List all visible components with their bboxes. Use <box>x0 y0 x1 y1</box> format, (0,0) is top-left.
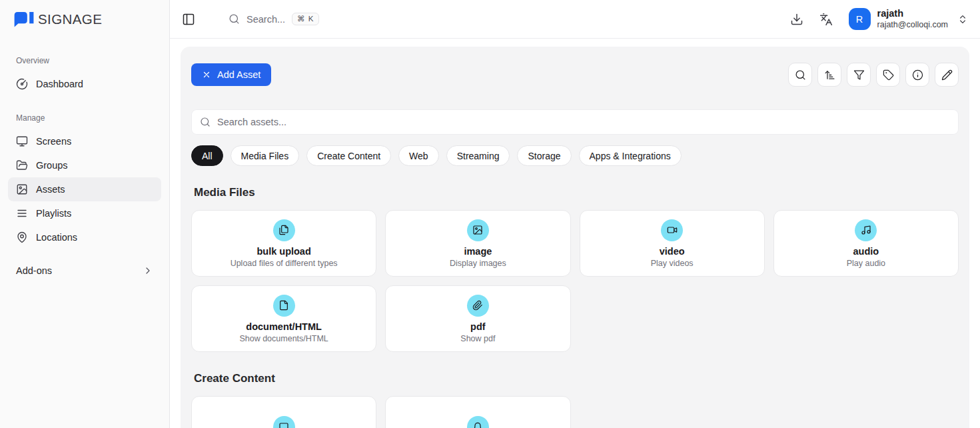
sidebar: SIGNAGE Overview Dashboard Manage Screen… <box>0 0 170 428</box>
card-icon-circle <box>661 219 683 241</box>
card-subtitle: Show pdf <box>460 334 495 343</box>
card-title: video <box>660 246 685 257</box>
card-title: bulk upload <box>256 246 310 257</box>
filter-chip-storage[interactable]: Storage <box>517 145 571 166</box>
filter-chip-create-content[interactable]: Create Content <box>306 145 391 166</box>
card-title: document/HTML <box>246 321 322 332</box>
sidebar-item-label: Screens <box>36 136 71 147</box>
file-icon <box>278 300 289 311</box>
card-icon-circle <box>467 219 489 241</box>
info-icon <box>912 69 923 81</box>
asset-card-document-html[interactable]: document/HTML Show documents/HTML <box>191 285 376 352</box>
user-menu[interactable]: R rajath rajath@colloqi.com <box>849 8 968 30</box>
card-subtitle: Play videos <box>651 259 694 268</box>
topbar-right: R rajath rajath@colloqi.com <box>790 8 968 30</box>
edit-tool-button[interactable] <box>935 63 959 87</box>
card-subtitle: Show documents/HTML <box>239 334 328 343</box>
content: Add Asset <box>170 39 980 428</box>
logo-wordmark: SIGNAGE <box>38 11 102 27</box>
asset-filter-chips: All Media Files Create Content Web Strea… <box>191 145 959 166</box>
global-search[interactable]: Search... ⌘ K <box>229 13 319 26</box>
assets-panel: Add Asset <box>181 47 969 428</box>
music-icon <box>861 225 871 235</box>
filter-chip-streaming[interactable]: Streaming <box>446 145 510 166</box>
tag-tool-button[interactable] <box>876 63 900 87</box>
asset-card-video[interactable]: video Play videos <box>580 210 765 277</box>
gauge-icon <box>16 78 28 90</box>
sidebar-item-groups[interactable]: Groups <box>8 153 161 177</box>
filter-chip-media-files[interactable]: Media Files <box>231 145 300 166</box>
asset-card-bulk-upload[interactable]: bulk upload Upload files of different ty… <box>191 210 376 277</box>
sidebar-item-playlists[interactable]: Playlists <box>8 201 161 225</box>
filter-chip-apps-integrations[interactable]: Apps & Integrations <box>579 145 682 166</box>
asset-card-audio[interactable]: audio Play audio <box>773 210 959 277</box>
asset-card-notice[interactable] <box>385 396 570 428</box>
language-button[interactable] <box>819 13 833 26</box>
sidebar-item-add-ons[interactable]: Add-ons <box>8 259 161 283</box>
search-icon <box>229 13 240 25</box>
user-email: rajath@colloqi.com <box>877 20 948 30</box>
asset-search-input[interactable] <box>217 117 950 127</box>
sort-tool-button[interactable] <box>817 63 841 87</box>
map-pin-icon <box>16 231 28 243</box>
asset-search <box>191 109 959 135</box>
assets-toolbar: Add Asset <box>191 63 959 87</box>
video-icon <box>667 225 678 235</box>
pisignage-logo-mark-icon <box>13 11 35 27</box>
tag-icon <box>883 69 894 81</box>
chevron-right-icon <box>143 265 153 276</box>
filter-chip-all[interactable]: All <box>191 145 223 166</box>
monitor-icon <box>16 135 28 147</box>
sidebar-item-locations[interactable]: Locations <box>8 225 161 249</box>
search-icon <box>200 117 211 127</box>
filter-tool-button[interactable] <box>847 63 871 87</box>
bell-icon <box>472 422 483 428</box>
card-icon-circle <box>273 219 295 241</box>
card-icon-circle <box>467 295 489 317</box>
sidebar-section-manage: Manage <box>16 113 161 123</box>
languages-icon <box>819 13 833 26</box>
filter-chip-web[interactable]: Web <box>398 145 439 166</box>
sidebar-item-label: Playlists <box>36 208 71 219</box>
search-icon <box>795 69 806 81</box>
add-ons-label: Add-ons <box>16 265 52 276</box>
panel-left-icon <box>182 13 195 26</box>
sidebar-section-overview: Overview <box>16 56 161 65</box>
pisignage-logo: SIGNAGE <box>8 0 161 39</box>
card-icon-circle <box>273 295 295 317</box>
card-title: audio <box>853 246 879 257</box>
add-asset-button[interactable]: Add Asset <box>191 63 271 86</box>
toolbar-icon-buttons <box>788 63 959 87</box>
card-icon-circle <box>467 416 489 428</box>
add-asset-label: Add Asset <box>217 69 260 80</box>
sidebar-item-label: Assets <box>36 184 65 195</box>
info-tool-button[interactable] <box>905 63 929 87</box>
topbar: Search... ⌘ K R rajath rajath@colloqi.co… <box>170 0 980 39</box>
card-title: image <box>464 246 492 257</box>
pencil-icon <box>941 69 953 81</box>
avatar: R <box>849 8 871 30</box>
close-icon <box>202 70 211 79</box>
global-search-label: Search... <box>246 14 285 25</box>
sidebar-item-label: Groups <box>36 160 68 171</box>
sidebar-item-screens[interactable]: Screens <box>8 129 161 153</box>
download-button[interactable] <box>790 13 803 26</box>
section-title-create-content: Create Content <box>194 372 956 385</box>
section-title-media-files: Media Files <box>194 186 956 199</box>
asset-card-message[interactable] <box>191 396 376 428</box>
sidebar-toggle-button[interactable] <box>182 13 195 26</box>
user-meta: rajath rajath@colloqi.com <box>877 8 948 29</box>
sidebar-item-dashboard[interactable]: Dashboard <box>8 72 161 96</box>
sort-ascending-icon <box>824 69 835 81</box>
sidebar-item-assets[interactable]: Assets <box>8 177 161 201</box>
create-content-cards <box>191 396 959 428</box>
files-icon <box>278 225 289 235</box>
sidebar-item-label: Dashboard <box>36 79 83 89</box>
message-square-icon <box>278 422 289 428</box>
user-name: rajath <box>877 8 948 19</box>
asset-card-image[interactable]: image Display images <box>385 210 570 277</box>
search-tool-button[interactable] <box>788 63 812 87</box>
paperclip-icon <box>472 300 483 311</box>
asset-card-pdf[interactable]: pdf Show pdf <box>385 285 570 352</box>
card-icon-circle <box>273 416 295 428</box>
